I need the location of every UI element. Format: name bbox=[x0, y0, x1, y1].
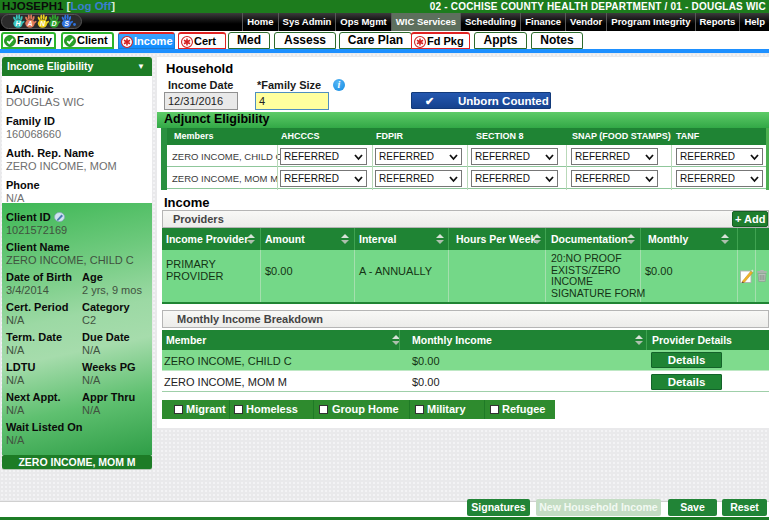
svg-text:D: D bbox=[51, 20, 56, 27]
svg-text:A: A bbox=[26, 20, 32, 27]
svg-text:S: S bbox=[64, 20, 69, 27]
